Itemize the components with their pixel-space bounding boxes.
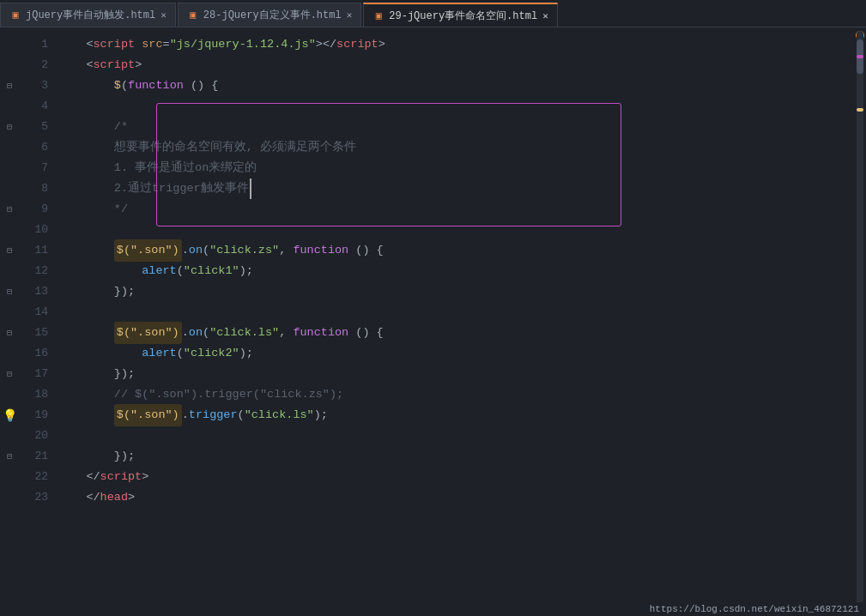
scroll-marker-trigger <box>857 108 863 112</box>
slot-18 <box>0 384 19 405</box>
fold-icon-3[interactable]: ⊟ <box>0 75 19 96</box>
code-line-10 <box>58 220 854 240</box>
editor-area: ⊟ ⊟ ⊟ ⊟ ⊟ ⊟ ⊟ 💡 ⊟ 1 2 3 4 5 6 7 8 9 10 1… <box>0 27 866 616</box>
fold-icon-21[interactable]: ⊟ <box>0 446 19 467</box>
tab-label-1: 28-jQuery自定义事件.html <box>203 8 342 22</box>
fold-icon-13[interactable]: ⊟ <box>0 281 19 302</box>
tab-jquery-auto[interactable]: ▣ jQuery事件自动触发.html ✕ <box>0 3 176 27</box>
code-line-17: }); <box>58 364 854 384</box>
slot-16 <box>0 343 19 364</box>
line-num-6: 6 <box>19 137 48 158</box>
html-file-icon: ▣ <box>9 9 21 21</box>
html-file-icon-2: ▣ <box>372 9 385 21</box>
scrollbar-track[interactable] <box>857 31 863 613</box>
code-line-4 <box>58 96 854 117</box>
tab-jquery-namespace[interactable]: ▣ 29-jQuery事件命名空间.html ✕ <box>363 3 557 27</box>
tab-close-btn-0[interactable]: ✕ <box>160 9 167 21</box>
slot-12 <box>0 261 19 281</box>
line-num-2: 2 <box>19 55 48 75</box>
slot-20 <box>0 426 19 446</box>
line-num-17: 17 <box>19 364 48 384</box>
line-num-8: 8 <box>19 178 48 199</box>
status-bar: https://blog.csdn.net/weixin_46872121 <box>643 602 866 616</box>
line-num-21: 21 <box>19 446 48 467</box>
line-num-16: 16 <box>19 343 48 364</box>
bulb-icon-lightbulb[interactable]: 💡 <box>0 405 19 426</box>
line-num-4: 4 <box>19 96 48 117</box>
code-line-11: $(".son").on("click.zs", function () { <box>58 240 854 261</box>
code-line-12: alert("click1"); <box>58 261 854 281</box>
line-num-5: 5 <box>19 117 48 137</box>
code-line-8: 2.通过trigger触发事件 <box>58 178 854 199</box>
code-line-6: 想要事件的命名空间有效, 必须满足两个条件 <box>58 137 854 158</box>
line-num-9: 9 <box>19 199 48 220</box>
fold-icon-slot-1 <box>0 34 19 55</box>
html-file-icon-1: ▣ <box>187 9 199 21</box>
line-num-1: 1 <box>19 34 48 55</box>
fold-icon-slot-4 <box>0 96 19 117</box>
scrollbar[interactable] <box>854 27 866 616</box>
line-num-7: 7 <box>19 158 48 178</box>
code-line-7: 1. 事件是通过on来绑定的 <box>58 158 854 178</box>
left-gutter-icons: ⊟ ⊟ ⊟ ⊟ ⊟ ⊟ ⊟ 💡 ⊟ <box>0 27 19 616</box>
line-num-19: 19 <box>19 405 48 426</box>
line-num-20: 20 <box>19 426 48 446</box>
code-line-1: <script src="js/jquery-1.12.4.js"></scri… <box>58 34 854 55</box>
fold-icon-slot-2 <box>0 55 19 75</box>
tab-close-btn-1[interactable]: ✕ <box>347 9 353 21</box>
line-num-11: 11 <box>19 240 48 261</box>
line-num-14: 14 <box>19 302 48 323</box>
code-line-9: */ <box>58 199 854 220</box>
line-num-15: 15 <box>19 323 48 343</box>
fold-icon-5[interactable]: ⊟ <box>0 117 19 137</box>
fold-icon-9[interactable]: ⊟ <box>0 199 19 220</box>
line-num-23: 23 <box>19 487 48 508</box>
slot-7 <box>0 158 19 178</box>
tab-jquery-custom[interactable]: ▣ 28-jQuery自定义事件.html ✕ <box>178 3 361 27</box>
line-numbers: 1 2 3 4 5 6 7 8 9 10 11 12 13 14 15 16 1… <box>19 27 55 616</box>
tab-close-btn-2[interactable]: ✕ <box>542 10 548 21</box>
fold-icon-17[interactable]: ⊟ <box>0 364 19 384</box>
tab-label: jQuery事件自动触发.html <box>26 8 155 22</box>
code-line-14 <box>58 302 854 323</box>
status-url: https://blog.csdn.net/weixin_46872121 <box>650 604 859 614</box>
slot-6 <box>0 137 19 158</box>
tab-label-2: 29-jQuery事件命名空间.html <box>389 9 537 23</box>
code-line-3: $(function () { <box>58 75 854 96</box>
line-num-22: 22 <box>19 467 48 487</box>
code-editor[interactable]: <script src="js/jquery-1.12.4.js"></scri… <box>55 27 854 616</box>
line-num-10: 10 <box>19 220 48 240</box>
code-line-22: </script> <box>58 467 854 487</box>
slot-10 <box>0 220 19 240</box>
line-num-12: 12 <box>19 261 48 281</box>
code-line-23: </head> <box>58 487 854 508</box>
slot-8 <box>0 178 19 199</box>
fold-icon-11[interactable]: ⊟ <box>0 240 19 261</box>
code-line-13: }); <box>58 281 854 302</box>
code-line-2: <script> <box>58 55 854 75</box>
code-line-21: }); <box>58 446 854 467</box>
fold-icon-15[interactable]: ⊟ <box>0 323 19 343</box>
tab-bar: ▣ jQuery事件自动触发.html ✕ ▣ 28-jQuery自定义事件.h… <box>0 0 866 27</box>
code-line-20 <box>58 426 854 446</box>
code-line-18: // $(".son").trigger("click.zs"); <box>58 384 854 405</box>
slot-14 <box>0 302 19 323</box>
line-num-18: 18 <box>19 384 48 405</box>
code-line-5: /* <box>58 117 854 137</box>
code-line-16: alert("click2"); <box>58 343 854 364</box>
code-line-15: $(".son").on("click.ls", function () { <box>58 323 854 343</box>
scroll-marker-comment <box>857 55 863 58</box>
line-num-13: 13 <box>19 281 48 302</box>
code-line-19: $(".son").trigger("click.ls"); <box>58 405 854 426</box>
line-num-3: 3 <box>19 75 48 96</box>
